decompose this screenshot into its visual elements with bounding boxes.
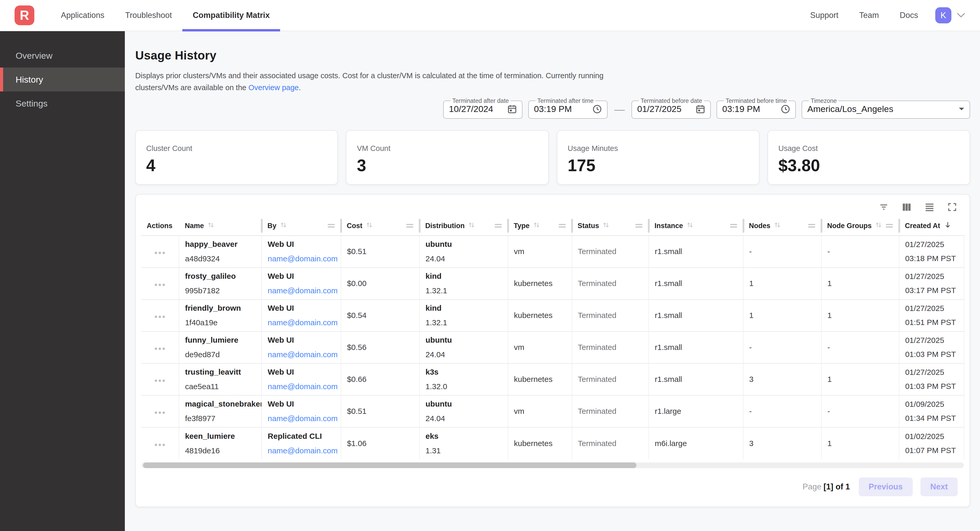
column-header-label: Node Groups (827, 222, 872, 230)
clock-icon[interactable] (780, 104, 791, 114)
column-header-node-groups[interactable]: Node Groups (821, 216, 899, 236)
row-actions-button[interactable] (155, 412, 165, 414)
sort-both-icon[interactable] (207, 221, 215, 231)
column-header-content: Created At (905, 220, 964, 231)
user-avatar[interactable]: K (935, 7, 951, 24)
sidebar: OverviewHistorySettings (0, 31, 125, 531)
email-link[interactable]: name@domain.com (267, 414, 337, 423)
distribution-cell: eks1.31 (420, 427, 508, 459)
row-actions-button[interactable] (155, 444, 165, 446)
column-menu-icon[interactable] (730, 223, 737, 228)
column-menu-icon[interactable] (558, 223, 566, 228)
row-actions-button[interactable] (155, 380, 165, 382)
previous-page-button[interactable]: Previous (859, 477, 913, 496)
columns-icon[interactable] (901, 202, 912, 212)
terminated-before-date-input[interactable]: Terminated before date 01/27/2025 (632, 98, 711, 119)
primary-nav: ApplicationsTroubleshootCompatibility Ma… (51, 0, 280, 31)
column-header-label: By (267, 222, 277, 230)
sort-desc-icon[interactable] (943, 220, 952, 231)
distribution-version: 24.04 (425, 254, 508, 263)
next-page-button[interactable]: Next (920, 477, 958, 496)
column-header-cost[interactable]: Cost (341, 216, 420, 236)
calendar-icon[interactable] (507, 104, 517, 114)
column-menu-icon[interactable] (328, 223, 335, 228)
terminated-after-date-input[interactable]: Terminated after date 10/27/2024 (443, 98, 522, 119)
name-cell: frosty_galileo995b7182 (179, 268, 262, 300)
clock-icon[interactable] (592, 104, 602, 114)
sort-both-icon[interactable] (468, 221, 476, 231)
timezone-label: Timezone (809, 98, 838, 104)
column-header-distribution[interactable]: Distribution (420, 216, 508, 236)
nav-item-compatibility-matrix[interactable]: Compatibility Matrix (182, 0, 280, 31)
timezone-select[interactable]: Timezone America/Los_Angeles (802, 98, 970, 119)
row-actions-button[interactable] (155, 252, 165, 254)
name-cell: funny_lumierede9ed87d (179, 331, 262, 363)
avatar-chevron-down-icon[interactable] (956, 13, 966, 18)
nav-item-applications[interactable]: Applications (51, 0, 115, 31)
cost-cell: $0.54 (341, 300, 420, 331)
column-header-created-at[interactable]: Created At (899, 216, 964, 236)
status-badge: Terminated (578, 279, 616, 288)
column-header-status[interactable]: Status (572, 216, 649, 236)
nav-item-docs[interactable]: Docs (889, 0, 929, 31)
row-actions-button[interactable] (155, 347, 165, 350)
cost-value: $0.56 (347, 343, 366, 352)
fullscreen-icon[interactable] (947, 202, 958, 212)
column-header-name[interactable]: Name (179, 216, 262, 236)
calendar-icon[interactable] (695, 104, 706, 114)
status-badge: Terminated (578, 439, 616, 448)
by-cell: Web UIname@domain.com (262, 268, 341, 300)
caret-down-icon[interactable] (958, 107, 965, 111)
sidebar-item-settings[interactable]: Settings (0, 92, 125, 115)
stat-label: VM Count (357, 144, 538, 153)
filter-icon[interactable] (878, 202, 889, 212)
column-header-nodes[interactable]: Nodes (743, 216, 822, 236)
email-link[interactable]: name@domain.com (267, 286, 337, 295)
sort-both-icon[interactable] (280, 221, 287, 231)
distribution-cell: kind1.32.1 (420, 300, 508, 331)
created-at-cell: 01/27/202501:03 PM PST (899, 363, 964, 395)
node-groups-cell: 1 (821, 268, 899, 300)
horizontal-scrollbar-track[interactable] (142, 463, 964, 468)
cost-value: $0.54 (347, 311, 366, 320)
density-icon[interactable] (924, 202, 935, 212)
column-header-instance[interactable]: Instance (649, 216, 743, 236)
email-link[interactable]: name@domain.com (267, 254, 337, 263)
column-header-type[interactable]: Type (508, 216, 572, 236)
email-link[interactable]: name@domain.com (267, 350, 337, 359)
column-menu-icon[interactable] (406, 223, 413, 228)
overview-page-link[interactable]: Overview page (248, 83, 299, 92)
column-menu-icon[interactable] (808, 223, 815, 228)
replicated-logo[interactable]: R (14, 5, 34, 25)
email-link[interactable]: name@domain.com (267, 318, 337, 327)
email-link[interactable]: name@domain.com (267, 446, 337, 455)
email-link[interactable]: name@domain.com (267, 382, 337, 391)
sort-both-icon[interactable] (366, 221, 373, 231)
terminated-before-time-input[interactable]: Terminated before time 03:19 PM (716, 98, 796, 119)
instance-value: r1.small (655, 247, 682, 256)
nav-item-team[interactable]: Team (849, 0, 889, 31)
cost-value: $0.51 (347, 407, 366, 415)
sort-both-icon[interactable] (686, 221, 694, 231)
cost-value: $0.66 (347, 375, 366, 384)
instance-value: r1.small (655, 375, 682, 384)
row-actions-button[interactable] (155, 315, 165, 318)
column-menu-icon[interactable] (635, 223, 643, 228)
sort-both-icon[interactable] (773, 221, 781, 231)
sidebar-item-history[interactable]: History (0, 68, 125, 92)
sort-both-icon[interactable] (602, 221, 610, 231)
terminated-after-time-input[interactable]: Terminated after time 03:19 PM (528, 98, 608, 119)
sidebar-item-overview[interactable]: Overview (0, 44, 125, 68)
column-menu-icon[interactable] (886, 223, 893, 228)
nav-item-support[interactable]: Support (800, 0, 849, 31)
row-actions-button[interactable] (155, 284, 165, 286)
horizontal-scrollbar-thumb[interactable] (143, 463, 636, 468)
sort-both-icon[interactable] (533, 221, 541, 231)
node-groups-value: - (827, 407, 830, 415)
sort-both-icon[interactable] (875, 221, 883, 231)
nav-item-troubleshoot[interactable]: Troubleshoot (115, 0, 182, 31)
column-header-by[interactable]: By (262, 216, 341, 236)
distribution-version: 1.31 (425, 446, 508, 455)
instance-cell: r1.small (649, 268, 743, 300)
column-menu-icon[interactable] (495, 223, 502, 228)
